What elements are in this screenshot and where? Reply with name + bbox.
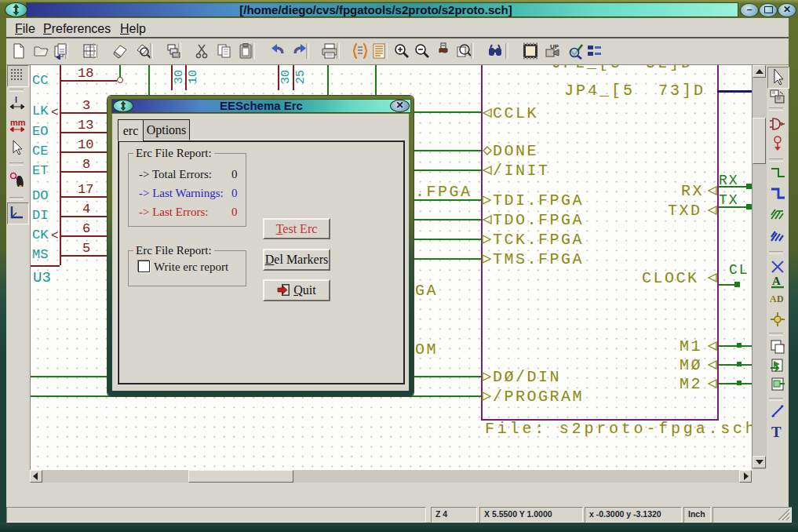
svg-text:T: T [771,424,782,440]
svg-text:I: I [15,95,17,104]
svg-text:A: A [772,275,781,287]
svg-text:mm: mm [10,118,26,127]
svg-text:D: D [777,293,784,304]
svg-text:A: A [770,293,777,304]
